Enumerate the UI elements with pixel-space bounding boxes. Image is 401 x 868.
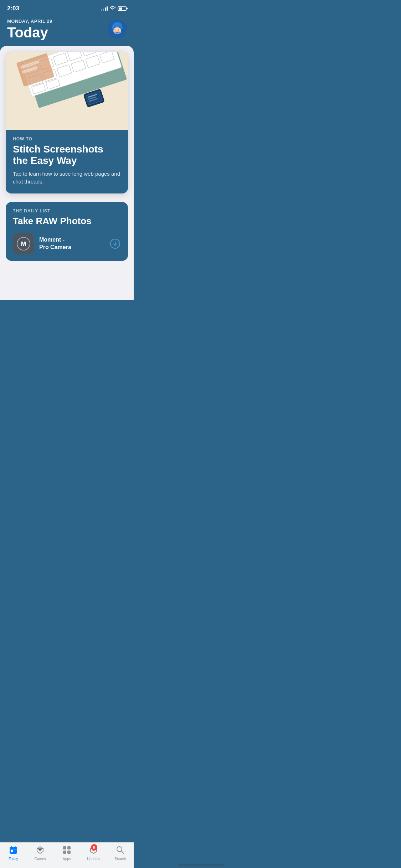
svg-text:M: M <box>21 241 26 248</box>
battery-icon <box>118 6 127 11</box>
feature-description: Tap to learn how to save long web pages … <box>13 170 121 186</box>
header-title: Today <box>7 25 52 40</box>
download-button[interactable] <box>109 238 121 249</box>
app-name: Moment -Pro Camera <box>39 236 104 251</box>
svg-point-6 <box>115 30 117 31</box>
svg-point-8 <box>112 26 114 29</box>
daily-list-section[interactable]: THE DAILY LIST Take RAW Photos M Moment … <box>6 202 128 261</box>
feature-card[interactable]: HOW TO Stitch Screenshots the Easy Way T… <box>6 52 128 193</box>
content-scroll: HOW TO Stitch Screenshots the Easy Way T… <box>6 52 128 300</box>
header-left: Monday, April 29 Today <box>7 19 52 40</box>
signal-icon <box>101 6 108 11</box>
status-icons <box>101 6 127 11</box>
feature-headline: Stitch Screenshots the Easy Way <box>13 144 121 166</box>
feature-eyebrow: HOW TO <box>13 136 121 141</box>
app-info: Moment -Pro Camera <box>39 236 104 251</box>
app-icon: M <box>13 233 34 254</box>
section-title: Take RAW Photos <box>13 216 121 227</box>
svg-point-9 <box>120 26 123 29</box>
header: Monday, April 29 Today <box>0 15 134 46</box>
main-content: HOW TO Stitch Screenshots the Easy Way T… <box>0 46 134 300</box>
section-eyebrow: THE DAILY LIST <box>13 208 121 213</box>
feature-image <box>6 52 128 130</box>
header-date: Monday, April 29 <box>7 19 52 24</box>
svg-point-7 <box>118 30 119 31</box>
status-bar: 2:03 <box>0 0 134 15</box>
avatar[interactable] <box>108 20 127 38</box>
feature-text-block: HOW TO Stitch Screenshots the Easy Way T… <box>6 130 128 193</box>
wifi-icon <box>110 6 115 11</box>
app-row[interactable]: M Moment -Pro Camera <box>13 233 121 254</box>
status-time: 2:03 <box>7 5 19 12</box>
